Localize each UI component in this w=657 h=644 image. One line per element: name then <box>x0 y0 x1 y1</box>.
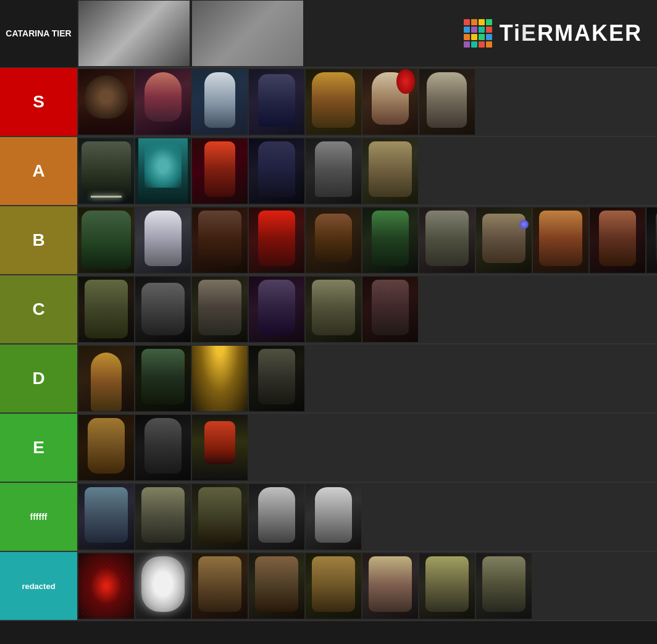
tier-content-redacted <box>77 552 657 620</box>
list-item <box>135 484 191 550</box>
list-item <box>78 346 134 411</box>
list-item <box>78 484 134 550</box>
list-item <box>419 69 475 135</box>
list-item <box>135 415 191 480</box>
logo-cell <box>471 41 477 48</box>
list-item <box>135 138 191 204</box>
list-item <box>647 207 657 273</box>
list-item <box>476 207 532 273</box>
header-image-1 <box>78 1 190 66</box>
list-item <box>192 138 248 204</box>
list-item <box>362 207 418 273</box>
list-item <box>135 346 191 411</box>
tier-row-b: B <box>0 206 657 275</box>
list-item <box>419 207 475 273</box>
list-item <box>306 277 361 342</box>
list-item <box>306 484 361 550</box>
tier-row-a: A <box>0 137 657 206</box>
tier-label-a: A <box>0 137 77 205</box>
tier-list: CATARINA TIER <box>0 0 657 621</box>
tier-content-d <box>77 345 657 412</box>
tier-label-e: E <box>0 414 77 482</box>
logo-text: TiERMAKER <box>500 20 642 46</box>
logo-cell <box>471 27 477 33</box>
list-item <box>192 346 248 411</box>
logo-cell <box>486 27 492 33</box>
logo-cell <box>486 34 492 40</box>
list-item <box>306 207 361 273</box>
logo-cell <box>479 27 485 33</box>
list-item <box>192 69 248 135</box>
logo-cell <box>464 34 470 40</box>
tier-content-ffffff <box>77 483 657 551</box>
list-item <box>78 415 134 480</box>
tier-content-e <box>77 414 657 482</box>
tier-content-c <box>77 275 657 343</box>
tier-label-s: S <box>0 68 77 136</box>
list-item <box>78 553 134 619</box>
logo-cell <box>471 19 477 25</box>
list-item <box>135 207 191 273</box>
tier-row-s: S <box>0 68 657 137</box>
list-item <box>249 69 304 135</box>
list-item <box>362 69 418 135</box>
list-item <box>192 207 248 273</box>
tier-label-d: D <box>0 345 77 412</box>
logo-cell <box>479 34 485 40</box>
list-item <box>419 553 475 619</box>
tier-label-ffffff: ffffff <box>0 483 77 551</box>
tier-label-redacted: redacted <box>0 552 77 620</box>
logo-cell <box>486 41 492 48</box>
tiermaker-logo: TiERMAKER <box>464 19 657 48</box>
tier-content-b <box>77 206 657 274</box>
logo-cell <box>471 34 477 40</box>
logo-grid <box>464 19 492 48</box>
list-item <box>249 277 304 342</box>
list-item <box>362 277 418 342</box>
list-item <box>590 207 645 273</box>
list-item <box>78 138 134 204</box>
list-item <box>78 69 134 135</box>
list-item <box>249 553 304 619</box>
list-item <box>362 138 418 204</box>
list-item <box>306 553 361 619</box>
list-item <box>249 207 304 273</box>
tier-row-d: D <box>0 345 657 414</box>
tier-label-c: C <box>0 275 77 343</box>
list-item <box>533 207 588 273</box>
list-item <box>192 415 248 480</box>
list-item <box>135 69 191 135</box>
header-row: CATARINA TIER <box>0 0 657 68</box>
list-item <box>249 484 304 550</box>
logo-cell <box>486 19 492 25</box>
list-item <box>78 207 134 273</box>
tier-row-redacted: redacted <box>0 552 657 621</box>
list-item <box>192 484 248 550</box>
list-item <box>249 346 304 411</box>
catarina-tier-label: CATARINA TIER <box>0 0 77 67</box>
list-item <box>192 553 248 619</box>
list-item <box>306 138 361 204</box>
list-item <box>78 277 134 342</box>
logo-cell <box>479 19 485 25</box>
tier-content-a <box>77 137 657 205</box>
list-item <box>476 553 532 619</box>
tier-row-ffffff: ffffff <box>0 483 657 552</box>
tier-content-s <box>77 68 657 136</box>
logo-cell <box>464 41 470 48</box>
list-item <box>135 277 191 342</box>
tier-row-c: C <box>0 275 657 345</box>
logo-cell <box>479 41 485 48</box>
header-image-2 <box>192 1 303 66</box>
list-item <box>135 553 191 619</box>
list-item <box>249 138 304 204</box>
tier-row-e: E <box>0 414 657 483</box>
tier-label-b: B <box>0 206 77 274</box>
logo-cell <box>464 19 470 25</box>
list-item <box>192 277 248 342</box>
logo-cell <box>464 27 470 33</box>
list-item <box>362 553 418 619</box>
list-item <box>306 69 361 135</box>
